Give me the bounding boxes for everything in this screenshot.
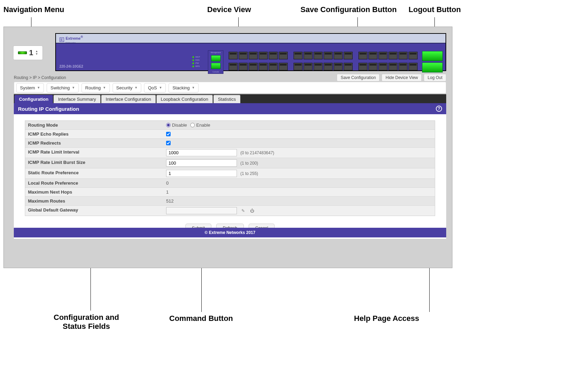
port[interactable] (324, 63, 333, 70)
nav-routing[interactable]: Routing▼ (82, 83, 110, 92)
stack-number: 1 (29, 48, 33, 57)
port[interactable] (334, 52, 343, 59)
routing-mode-disable-radio[interactable] (166, 123, 171, 127)
row-routing-mode: Routing Mode Disable Enable (25, 121, 435, 130)
max-next-hops-value: 1 (166, 189, 169, 195)
port[interactable] (344, 63, 353, 70)
tab-interface-summary[interactable]: Interface Summary (54, 95, 100, 103)
nav-security[interactable]: Security▼ (113, 83, 142, 92)
port[interactable] (279, 52, 288, 59)
port[interactable] (279, 63, 288, 70)
footer-spacer (14, 237, 446, 239)
tab-interface-configuration[interactable]: Interface Configuration (101, 95, 156, 103)
port[interactable] (324, 52, 333, 59)
port[interactable] (304, 52, 313, 59)
label-static-pref: Static Route Preference (25, 168, 163, 178)
chevron-down-icon: ▼ (192, 86, 195, 89)
sfp-port[interactable] (422, 62, 443, 72)
port[interactable] (389, 63, 398, 70)
tab-configuration[interactable]: Configuration (15, 95, 53, 103)
device-image[interactable]: Extreme®Networks 220-24t-10GE2 MGT FAN P… (55, 33, 446, 71)
footer: © Extreme Networks 2017 (14, 228, 446, 237)
chevron-down-icon: ▼ (159, 86, 162, 89)
row-icmp-echo: ICMP Echo Replies (25, 130, 435, 139)
hide-device-view-button[interactable]: Hide Device View (382, 74, 422, 81)
port[interactable] (358, 52, 367, 59)
port[interactable] (229, 63, 238, 70)
nav-qos[interactable]: QoS▼ (144, 83, 166, 92)
port[interactable] (399, 52, 408, 59)
nav-stacking[interactable]: Stacking▼ (169, 83, 199, 92)
label-max-next-hops: Maximum Next Hops (25, 188, 163, 196)
nav-system[interactable]: System▼ (16, 83, 44, 92)
nav-switching[interactable]: Switching▼ (47, 83, 79, 92)
label-icmp-redirects: ICMP Redirects (25, 139, 163, 147)
port[interactable] (379, 52, 387, 59)
led-dot-icon (192, 66, 194, 67)
console-port[interactable] (211, 63, 221, 69)
callout-config-fields: Configuration and Status Fields (41, 313, 131, 331)
power-icon[interactable]: ⏻ (249, 208, 255, 214)
sfp-port[interactable] (422, 51, 443, 61)
routing-mode-enable-radio[interactable] (190, 123, 195, 127)
max-routes-value: 512 (166, 198, 174, 204)
port[interactable] (294, 63, 303, 70)
led-dot-icon (192, 56, 194, 58)
config-form-table: Routing Mode Disable Enable ICMP Echo Re… (25, 120, 435, 216)
port[interactable] (399, 63, 408, 70)
port[interactable] (269, 63, 278, 70)
routing-mode-enable[interactable]: Enable (190, 122, 210, 128)
port[interactable] (314, 52, 323, 59)
led-dot-icon (192, 59, 194, 61)
port[interactable] (304, 63, 313, 70)
label-rate-burst: ICMP Rate Limit Burst Size (25, 158, 163, 168)
chevron-down-icon: ▼ (135, 86, 138, 89)
row-max-next-hops: Maximum Next Hops 1 (25, 188, 435, 197)
logout-button[interactable]: Log Out (424, 74, 446, 81)
navigation-menu: System▼ Switching▼ Routing▼ Security▼ Qo… (14, 82, 446, 94)
rate-burst-input[interactable] (166, 159, 237, 167)
port[interactable] (239, 63, 248, 70)
icmp-echo-checkbox[interactable] (166, 132, 171, 136)
stack-selector[interactable]: 1 ▲▼ (13, 46, 43, 60)
icmp-redirects-checkbox[interactable] (166, 141, 171, 145)
port[interactable] (389, 52, 398, 59)
page-title-bar: Routing IP Configuration ? (14, 103, 446, 114)
port[interactable] (379, 63, 387, 70)
mgmt-port[interactable] (211, 55, 221, 61)
label-local-pref: Local Route Preference (25, 179, 163, 187)
port[interactable] (358, 63, 367, 70)
mgmt-port-block: Management Console (208, 50, 223, 74)
label-icmp-echo: ICMP Echo Replies (25, 130, 163, 138)
default-gw-input[interactable] (166, 207, 237, 214)
row-default-gw: Global Default Gateway ✎ ⏻ (25, 206, 435, 216)
rate-burst-hint: (1 to 200) (240, 161, 258, 166)
port[interactable] (409, 63, 418, 70)
port[interactable] (269, 52, 278, 59)
save-configuration-button[interactable]: Save Configuration (337, 74, 380, 81)
tab-loopback-configuration[interactable]: Loopback Configuration (156, 95, 213, 103)
static-pref-input[interactable] (166, 170, 237, 177)
port[interactable] (368, 52, 377, 59)
callout-device-view: Device View (207, 5, 251, 14)
port[interactable] (344, 52, 353, 59)
port[interactable] (249, 63, 258, 70)
port[interactable] (239, 52, 248, 59)
port[interactable] (334, 63, 343, 70)
port[interactable] (314, 63, 323, 70)
rate-interval-input[interactable] (166, 149, 237, 156)
row-static-pref: Static Route Preference (1 to 255) (25, 168, 435, 179)
edit-icon[interactable]: ✎ (240, 208, 246, 214)
port[interactable] (259, 52, 268, 59)
port[interactable] (259, 63, 268, 70)
stack-stepper-icon[interactable]: ▲▼ (35, 50, 38, 56)
port[interactable] (249, 52, 258, 59)
tab-statistics[interactable]: Statistics (213, 95, 240, 103)
port[interactable] (409, 52, 418, 59)
port[interactable] (368, 63, 377, 70)
port[interactable] (229, 52, 238, 59)
routing-mode-disable[interactable]: Disable (166, 122, 187, 128)
help-icon[interactable]: ? (436, 106, 442, 112)
port[interactable] (294, 52, 303, 59)
app-window: 1 ▲▼ Extreme®Networks 220-24t-10GE2 MGT … (3, 27, 452, 268)
